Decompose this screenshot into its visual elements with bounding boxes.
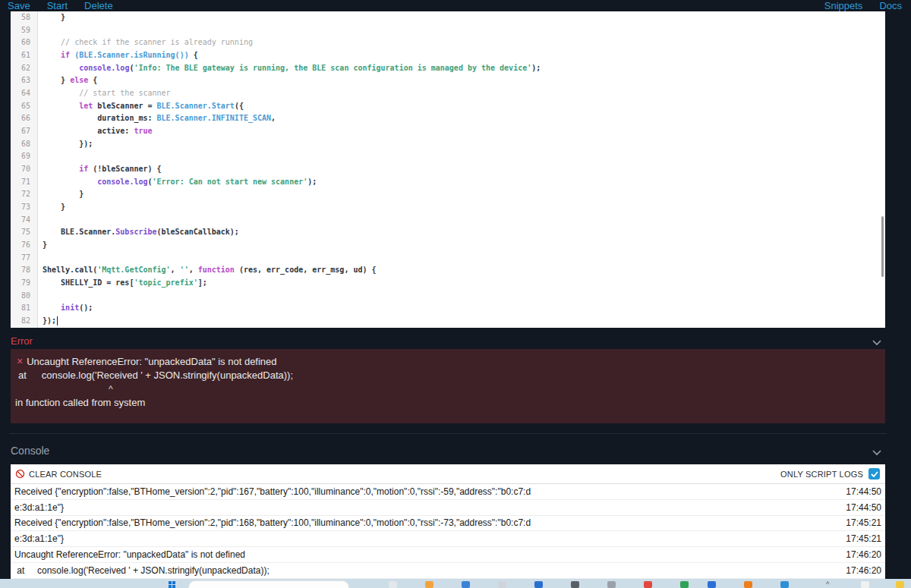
code-text: if (!bleScanner) { bbox=[38, 163, 162, 176]
error-caret: ^ bbox=[109, 382, 879, 396]
code-line: 80 bbox=[11, 290, 885, 303]
error-context: in function called from system bbox=[15, 396, 879, 410]
taskbar-app-icon[interactable] bbox=[896, 581, 904, 588]
chevron-down-icon[interactable] bbox=[872, 335, 882, 349]
error-at-code: console.log('Received ' + JSON.stringify… bbox=[42, 369, 293, 381]
taskbar-app-icon[interactable] bbox=[607, 581, 616, 588]
taskbar-app-icon[interactable] bbox=[744, 581, 752, 588]
code-text: let bleScanner = BLE.Scanner.Start({ bbox=[38, 100, 244, 113]
line-number: 65 bbox=[11, 100, 38, 113]
code-line: 69 bbox=[11, 150, 885, 163]
code-text bbox=[38, 290, 43, 303]
line-number: 66 bbox=[11, 112, 38, 125]
line-number: 64 bbox=[11, 87, 38, 100]
line-number: 70 bbox=[11, 163, 38, 176]
log-time: 17:44:50 bbox=[846, 502, 881, 513]
taskbar-app-icon[interactable] bbox=[680, 581, 689, 588]
clear-console-ban-icon bbox=[15, 469, 25, 479]
save-button[interactable]: Save bbox=[8, 0, 30, 11]
code-text: } bbox=[38, 188, 84, 201]
error-x-icon: × bbox=[17, 355, 23, 367]
code-line: 61 if (BLE.Scanner.isRunning()) { bbox=[11, 49, 885, 62]
taskbar-app-icon[interactable] bbox=[534, 581, 543, 588]
code-line: 78Shelly.call('Mqtt.GetConfig', '', func… bbox=[11, 264, 885, 277]
taskbar-app-icon[interactable] bbox=[780, 581, 789, 588]
clear-console-button[interactable]: CLEAR CONSOLE bbox=[15, 469, 102, 479]
line-number: 62 bbox=[11, 62, 38, 75]
code-editor[interactable]: 58 }5960 // check if the scanner is alre… bbox=[11, 11, 885, 328]
taskbar-app-icon[interactable] bbox=[462, 581, 470, 588]
line-number: 60 bbox=[11, 36, 38, 49]
log-time: 17:45:21 bbox=[846, 517, 881, 528]
log-text: Received {"encryption":false,"BTHome_ver… bbox=[14, 486, 837, 497]
error-section-header: Error bbox=[11, 333, 885, 348]
log-time: 17:46:20 bbox=[846, 565, 881, 576]
code-line: 64 // start the scanner bbox=[11, 87, 885, 100]
delete-button[interactable]: Delete bbox=[84, 0, 113, 11]
console-toolbar: CLEAR CONSOLE ONLY SCRIPT LOGS bbox=[11, 464, 885, 484]
code-line: 79 SHELLY_ID = res['topic_prefix']; bbox=[11, 277, 885, 290]
code-text: console.log('Error: Can not start new sc… bbox=[38, 176, 317, 189]
console-log-list: Received {"encryption":false,"BTHome_ver… bbox=[11, 484, 885, 579]
console-log-row: Received {"encryption":false,"BTHome_ver… bbox=[11, 484, 885, 500]
taskbar-app-icon[interactable] bbox=[425, 581, 433, 588]
code-line: 60 // check if the scanner is already ru… bbox=[11, 36, 885, 49]
code-text: BLE.Scanner.Subscribe(bleScanCallback); bbox=[38, 226, 239, 239]
code-text: } bbox=[38, 239, 47, 252]
code-text: console.log('Info: The BLE gateway is ru… bbox=[38, 62, 541, 75]
docs-button[interactable]: Docs bbox=[879, 0, 902, 11]
console-log-row: Received {"encryption":false,"BTHome_ver… bbox=[11, 516, 885, 532]
line-number: 67 bbox=[11, 125, 38, 138]
code-lines: 58 }5960 // check if the scanner is alre… bbox=[11, 11, 885, 328]
taskbar-app-icon[interactable] bbox=[571, 581, 579, 588]
line-number: 80 bbox=[11, 290, 38, 303]
code-text bbox=[38, 150, 43, 163]
code-line: 59 bbox=[11, 24, 885, 37]
line-number: 72 bbox=[11, 188, 38, 201]
code-text: Shelly.call('Mqtt.GetConfig', '', functi… bbox=[38, 264, 377, 277]
only-script-logs-label: ONLY SCRIPT LOGS bbox=[780, 470, 863, 479]
taskbar-app-icon[interactable] bbox=[389, 581, 397, 588]
console-log-row: e:3d:a1:1e"}17:45:21 bbox=[11, 531, 885, 547]
code-line: 74 bbox=[11, 214, 885, 227]
code-line: 65 let bleScanner = BLE.Scanner.Start({ bbox=[11, 100, 885, 113]
only-script-logs-checkbox[interactable] bbox=[868, 468, 880, 480]
error-at-line: atconsole.log('Received ' + JSON.stringi… bbox=[15, 369, 879, 382]
code-text: // check if the scanner is already runni… bbox=[38, 36, 253, 49]
code-line: 68 }); bbox=[11, 138, 885, 151]
snippets-button[interactable]: Snippets bbox=[824, 0, 863, 11]
text-cursor bbox=[57, 316, 58, 325]
chevron-down-icon[interactable] bbox=[872, 445, 882, 459]
taskbar-app-icon[interactable] bbox=[861, 581, 869, 588]
editor-scrollbar[interactable] bbox=[881, 216, 884, 277]
line-number: 63 bbox=[11, 74, 38, 87]
code-line: 76} bbox=[11, 239, 885, 252]
taskbar-search-input[interactable] bbox=[188, 580, 349, 588]
line-number: 75 bbox=[11, 226, 38, 239]
taskbar-app-icon[interactable] bbox=[644, 581, 652, 588]
code-text: }); bbox=[38, 138, 93, 151]
toolbar: Save Start Delete Snippets Docs bbox=[0, 0, 911, 11]
start-button[interactable]: Start bbox=[47, 0, 68, 11]
log-text: at console.log('Received ' + JSON.string… bbox=[14, 565, 837, 576]
clear-console-label: CLEAR CONSOLE bbox=[29, 470, 102, 479]
code-line: 72 } bbox=[11, 188, 885, 201]
code-text: } else { bbox=[38, 74, 97, 87]
code-line: 75 BLE.Scanner.Subscribe(bleScanCallback… bbox=[11, 226, 885, 239]
error-message-line: ×Uncaught ReferenceError: "unpackedData"… bbox=[15, 354, 879, 369]
code-line: 66 duration_ms: BLE.Scanner.INFINITE_SCA… bbox=[11, 112, 885, 125]
console-log-row: at console.log('Received ' + JSON.string… bbox=[11, 563, 885, 579]
code-line: 73 } bbox=[11, 201, 885, 214]
code-text: // start the scanner bbox=[38, 87, 171, 100]
windows-start-button[interactable] bbox=[169, 581, 175, 588]
code-line: 71 console.log('Error: Can not start new… bbox=[11, 176, 885, 189]
tray-expand-icon[interactable]: ^ bbox=[826, 580, 829, 588]
console-log-row: Uncaught ReferenceError: "unpackedData" … bbox=[11, 547, 885, 563]
taskbar-app-icon[interactable] bbox=[498, 581, 506, 588]
console-log-row: e:3d:a1:1e"}17:44:50 bbox=[11, 500, 885, 516]
line-number: 73 bbox=[11, 201, 38, 214]
error-message: Uncaught ReferenceError: "unpackedData" … bbox=[27, 356, 276, 367]
taskbar-app-icon[interactable] bbox=[708, 581, 716, 588]
only-script-logs-toggle[interactable]: ONLY SCRIPT LOGS bbox=[780, 468, 880, 480]
toolbar-left-group: Save Start Delete bbox=[8, 0, 113, 11]
